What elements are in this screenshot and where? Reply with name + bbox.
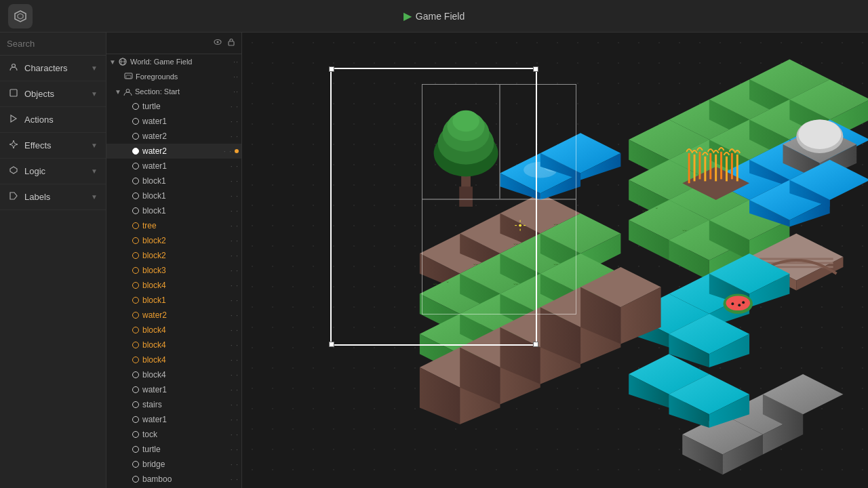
tree-item-block3a[interactable]: block3· · <box>106 263 241 278</box>
effects-chevron: ▼ <box>91 142 98 149</box>
label-water1b: water1 <box>142 161 231 171</box>
circle-icon-bamboo1 <box>132 476 139 483</box>
foregrounds-label: Foregrounds <box>136 73 233 81</box>
dots-block3a: · · <box>231 266 239 274</box>
labels-icon <box>8 191 19 203</box>
tree-item-water2b[interactable]: water2· · <box>106 144 241 159</box>
dots-block2b: · · <box>231 251 239 260</box>
tree-item-water2a[interactable]: water2· · <box>106 129 241 144</box>
dots-turtle2: · · <box>231 445 239 453</box>
dots-water2c: · · <box>231 311 239 319</box>
tree-item-block4d[interactable]: block4· · <box>106 352 241 367</box>
dots-block1a: · · <box>231 177 239 185</box>
tree-item-tock1[interactable]: tock· · <box>106 427 241 442</box>
tree-item-stairs1[interactable]: stairs· · <box>106 397 241 412</box>
world-icon <box>118 57 127 66</box>
circle-icon-water2c <box>132 312 139 319</box>
actions-icon <box>8 114 19 125</box>
svg-text:ˇˇ: ˇˇ <box>682 228 687 236</box>
circle-icon-tree1 <box>132 222 139 229</box>
label-block4c: block4 <box>142 340 231 350</box>
sidebar-item-characters[interactable]: Characters ▼ <box>0 56 106 81</box>
tree-item-section-start[interactable]: ▼ Section: Start ·· <box>106 84 241 99</box>
objects-chevron: ▼ <box>91 90 98 98</box>
app-logo[interactable] <box>8 4 33 28</box>
tree-item-tree1[interactable]: tree· · <box>106 218 241 233</box>
objects-icon <box>8 88 19 100</box>
circle-icon-water2a <box>132 133 139 140</box>
tree-item-water1c[interactable]: water1· · <box>106 382 241 397</box>
tree-item-world[interactable]: ▼ World: Game Field ·· <box>106 54 241 69</box>
inner-grid-4 <box>422 199 576 314</box>
label-block4b: block4 <box>142 325 231 335</box>
tree-item-bamboo1[interactable]: bamboo· · <box>106 472 241 487</box>
label-water2b: water2 <box>142 146 224 156</box>
circle-icon-block4e <box>132 371 139 378</box>
inner-grid-3 <box>500 84 576 199</box>
lock-icon[interactable] <box>226 37 236 49</box>
tree-item-turtle1[interactable]: turtle· · <box>106 99 241 114</box>
scene-panel-header <box>106 33 241 54</box>
search-input[interactable] <box>7 39 121 49</box>
circle-icon-water1a <box>132 118 139 125</box>
section-icon <box>123 87 132 96</box>
circle-icon-water1d <box>132 416 139 423</box>
circle-icon-water1b <box>132 163 139 169</box>
tree-item-turtle2[interactable]: turtle· · <box>106 442 241 457</box>
label-water1d: water1 <box>142 415 231 424</box>
tree-item-block4c[interactable]: block4· · <box>106 338 241 352</box>
label-turtle1: turtle <box>142 102 231 111</box>
sidebar-item-objects[interactable]: Objects ▼ <box>0 81 106 107</box>
visibility-icon[interactable] <box>213 37 222 49</box>
objects-label: Objects <box>24 89 85 99</box>
circle-icon-block1b <box>132 192 139 199</box>
left-panel: Characters ▼ Objects ▼ <box>0 33 106 488</box>
scene-title: Game Field <box>416 11 465 22</box>
label-block1a: block1 <box>142 176 231 186</box>
dots-block4d: · · <box>231 356 239 364</box>
tree-item-block4a[interactable]: block4· · <box>106 278 241 293</box>
label-tock1: tock <box>142 430 231 439</box>
dots-block4a: · · <box>231 281 239 289</box>
circle-icon-block4a <box>132 282 139 289</box>
svg-marker-6 <box>11 115 16 122</box>
label-block1c: block1 <box>142 206 231 216</box>
tree-item-block1d[interactable]: block1· · <box>106 293 241 308</box>
world-label: World: Game Field <box>130 58 233 66</box>
tree-item-water1a[interactable]: water1· · <box>106 114 241 129</box>
dots-water1d: · · <box>231 415 239 424</box>
dots-water2b: · · <box>224 147 232 155</box>
sidebar-item-actions[interactable]: Actions <box>0 107 106 133</box>
tree-item-block2b[interactable]: block2· · <box>106 248 241 263</box>
sidebar-item-effects[interactable]: Effects ▼ <box>0 133 106 159</box>
canvas-area[interactable]: ˇˇ ˇ ˇˇ <box>242 33 868 488</box>
tree-item-block1a[interactable]: block1· · <box>106 174 241 188</box>
tree-item-block4e[interactable]: block4· · <box>106 367 241 382</box>
tree-item-water1b[interactable]: water1· · <box>106 159 241 174</box>
tree-item-foregrounds[interactable]: Foregrounds ·· <box>106 69 241 84</box>
orange-dot-water2b <box>235 149 239 153</box>
label-block1b: block1 <box>142 191 231 201</box>
dots-water1a: · · <box>231 117 239 125</box>
tree-item-block2a[interactable]: block2· · <box>106 233 241 248</box>
effects-icon <box>8 140 19 151</box>
circle-icon-turtle1 <box>132 103 139 110</box>
dots-turtle1: · · <box>231 102 239 110</box>
tree-item-water2c[interactable]: water2· · <box>106 308 241 323</box>
circle-icon-block1a <box>132 178 139 184</box>
play-icon: ▶ <box>403 9 412 22</box>
tree-item-block1c[interactable]: block1· · <box>106 203 241 218</box>
characters-label: Characters <box>24 63 85 73</box>
sidebar-item-logic[interactable]: Logic ▼ <box>0 159 106 184</box>
tree-item-water1d[interactable]: water1· · <box>106 412 241 427</box>
circle-icon-turtle2 <box>132 446 139 453</box>
svg-point-70 <box>798 119 841 148</box>
sidebar-item-labels[interactable]: Labels ▼ <box>0 184 106 210</box>
tree-item-bridge1[interactable]: bridge· · <box>106 457 241 472</box>
tree-item-block4b[interactable]: block4· · <box>106 323 241 338</box>
tree-item-block1b[interactable]: block1· · <box>106 188 241 203</box>
logic-label: Logic <box>24 166 85 176</box>
svg-rect-5 <box>10 89 17 96</box>
label-tree1: tree <box>142 221 231 230</box>
dots-block1c: · · <box>231 207 239 215</box>
